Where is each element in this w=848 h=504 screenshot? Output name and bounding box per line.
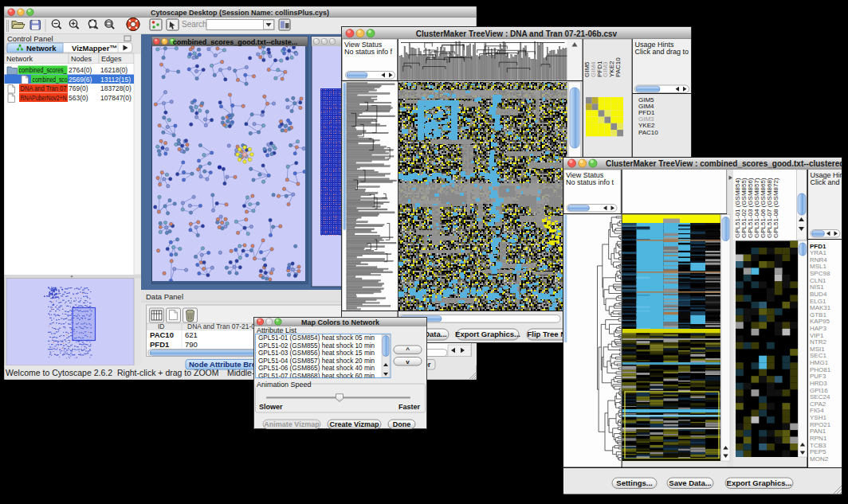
svg-text:RNR4: RNR4 [810,256,827,264]
svg-text:183728(0): 183728(0) [100,84,132,92]
svg-text:PAC10: PAC10 [638,129,658,136]
svg-text:Settings...: Settings... [616,479,652,487]
svg-text:combined_scores_good.txt--clus: combined_scores_good.txt--cluste... [173,38,298,46]
svg-text:PAN1: PAN1 [810,428,826,435]
svg-text:ClusterMaker TreeView : DNA an: ClusterMaker TreeView : DNA and Tran 07-… [416,29,618,38]
svg-text:View Status: View Status [344,41,383,49]
svg-text:BUD4: BUD4 [810,291,827,298]
svg-text:Usage Hints: Usage Hints [635,41,675,49]
svg-text:HAP3: HAP3 [810,325,826,332]
svg-text:combined_sco: combined_sco [33,76,68,84]
svg-text:769(0): 769(0) [69,84,88,92]
svg-text:Create Vizmap: Create Vizmap [330,420,379,428]
svg-text:2569(6): 2569(6) [69,76,92,84]
svg-text:Edges: Edges [101,55,122,63]
svg-text:GPL51-02 (GSM855) heat shock 1: GPL51-02 (GSM855) heat shock 10 min [258,342,375,350]
svg-text:Network: Network [26,44,57,53]
svg-text:PAC10: PAC10 [614,57,622,77]
svg-text:No status info f: No status info f [344,48,393,56]
svg-text:107847(0): 107847(0) [100,94,132,102]
svg-text:Faster: Faster [398,403,421,411]
svg-text:GPL51-04 (GSM857) heat shock 2: GPL51-04 (GSM857) heat shock 20 min [258,357,375,365]
svg-text:Animate Vizmap: Animate Vizmap [264,420,320,428]
svg-text:Click and dra: Click and dra [811,178,843,186]
svg-text:621: 621 [185,330,198,339]
svg-text:HMG1: HMG1 [810,359,829,366]
svg-text:No status info t: No status info t [566,178,614,186]
svg-text:Nodes: Nodes [71,55,92,63]
svg-text:GPL51-06 (GSM865) heat shock 4: GPL51-06 (GSM865) heat shock 40 min [258,365,375,372]
svg-text:ID: ID [158,322,165,330]
svg-text:SEC24: SEC24 [810,393,830,400]
svg-text:Click and drag to: Click and drag to [635,48,689,56]
svg-text:GPL51-03 (GSM856) heat shock 1: GPL51-03 (GSM856) heat shock 15 min [258,350,375,357]
svg-text:Attribute List: Attribute List [257,326,297,334]
svg-text:Export Graphics...: Export Graphics... [455,330,520,338]
svg-text:16218(0): 16218(0) [100,66,128,74]
svg-text:Done: Done [393,420,411,428]
svg-text:DNA and Tran 07: DNA and Tran 07 [21,84,67,92]
svg-text:GPL51-01 (GSM854) heat shock 0: GPL51-01 (GSM854) heat shock 05 min [258,334,375,342]
svg-text:Usage Hints: Usage Hints [811,171,843,179]
svg-text:Search:: Search: [182,20,209,29]
svg-text:PFD1: PFD1 [150,340,170,349]
svg-text:combined_scores_: combined_scores_ [19,66,67,74]
svg-text:Save Data...: Save Data... [669,479,711,487]
svg-text:VizMapper™: VizMapper™ [72,44,117,53]
svg-text:Control Panel: Control Panel [7,34,53,43]
svg-text:Data Panel: Data Panel [146,292,183,301]
svg-text:View Status: View Status [566,171,604,179]
svg-text:563(0): 563(0) [69,94,88,102]
svg-text:Cytoscape Desktop (Session Nam: Cytoscape Desktop (Session Name: collins… [151,9,329,17]
svg-text:790: 790 [185,340,198,349]
svg-text:Welcome to Cytoscape 2.6.2: Welcome to Cytoscape 2.6.2 [6,368,112,377]
svg-text:2764(0): 2764(0) [69,66,92,74]
svg-text:Slower: Slower [259,403,283,411]
svg-text:Map Colors to Network: Map Colors to Network [301,318,380,326]
svg-text:^: ^ [406,346,410,354]
svg-text:Animation Speed: Animation Speed [257,381,312,389]
svg-text:MON2: MON2 [810,455,829,463]
svg-text:PAC10: PAC10 [150,330,174,339]
svg-text:Network: Network [6,55,33,63]
svg-text:ClusterMaker TreeView : combin: ClusterMaker TreeView : combined_scores_… [606,159,842,168]
svg-text:GPL51-08 (GSM872): GPL51-08 (GSM872) [772,178,779,238]
svg-text:Export Graphics...: Export Graphics... [727,479,792,487]
svg-text:RNAPuberNov2+N: RNAPuberNov2+N [21,94,67,102]
svg-text:13112(15): 13112(15) [100,76,131,84]
svg-text:v: v [406,358,410,365]
